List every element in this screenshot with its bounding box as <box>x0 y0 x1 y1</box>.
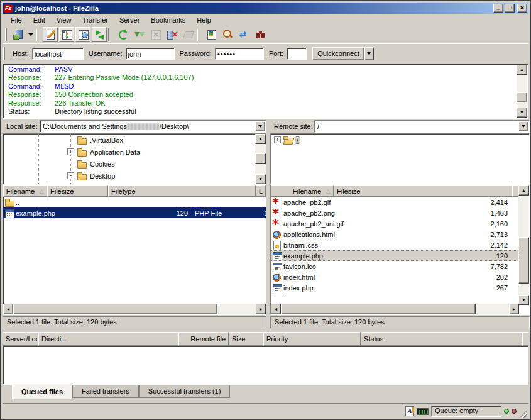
winfile-file-row[interactable]: favicon.ico 7,782 <box>271 261 518 272</box>
scroll-down-icon[interactable]: ▼ <box>518 295 529 305</box>
synchronized-browsing-button[interactable] <box>236 27 251 42</box>
scrollbar-thumb[interactable] <box>13 304 217 314</box>
menu-item[interactable]: View <box>51 15 77 25</box>
queue-tab[interactable]: Failed transfers <box>72 385 139 398</box>
column-header[interactable]: Filesize <box>47 185 108 197</box>
apache-file-row[interactable]: apache_pb2.png 1,463 <box>271 207 518 218</box>
column-header[interactable]: Filesize <box>334 185 512 197</box>
column-header[interactable]: Filename △ <box>3 185 47 197</box>
queue-column-header[interactable]: Remote file <box>178 332 229 346</box>
column-header[interactable]: L <box>256 185 266 197</box>
menu-item[interactable]: Edit <box>28 15 51 25</box>
scroll-down-icon[interactable]: ▼ <box>517 108 527 118</box>
tree-expander[interactable]: + <box>67 148 74 155</box>
maximize-button[interactable]: □ <box>505 4 515 13</box>
local-list-hscrollbar[interactable]: ◄ ► <box>3 304 266 314</box>
tree-expander[interactable]: - <box>67 172 74 179</box>
resize-grip[interactable] <box>519 410 527 418</box>
scrollbar-track[interactable] <box>517 75 527 108</box>
minimize-button[interactable]: _ <box>493 4 503 13</box>
tree-expander[interactable]: + <box>274 136 281 143</box>
scroll-up-icon[interactable]: ▲ <box>517 65 527 75</box>
scrollbar-track[interactable] <box>281 304 509 314</box>
column-header[interactable] <box>512 185 518 197</box>
find-files-button[interactable] <box>253 27 268 42</box>
scrollbar-thumb[interactable] <box>255 153 266 164</box>
local-tree-scrollbar[interactable]: ▲ ▼ <box>255 134 266 184</box>
quickbar-grip[interactable] <box>3 47 5 60</box>
scrollbar-thumb[interactable] <box>518 237 529 284</box>
folder-open-tree-item[interactable]: + / <box>271 134 529 146</box>
menu-item[interactable]: Server <box>114 15 145 25</box>
port-input[interactable] <box>287 48 307 60</box>
queue-column-header[interactable]: Directi... <box>38 332 178 346</box>
folder-file-row[interactable]: .. <box>3 197 266 207</box>
scroll-right-icon[interactable]: ► <box>509 304 519 314</box>
queue-column-header[interactable]: Priority <box>263 332 361 346</box>
toggle-message-log-button[interactable] <box>43 27 58 42</box>
winfile-file-row[interactable]: example.php 120 <box>271 250 518 261</box>
reconnect-button[interactable] <box>180 27 195 42</box>
queue-column-header[interactable]: Server/Local file <box>3 332 38 346</box>
remote-directory-tree[interactable]: + / <box>270 133 530 185</box>
queue-list[interactable] <box>3 346 528 385</box>
column-header[interactable]: Filename △ <box>271 185 334 197</box>
menu-item[interactable]: Bookmarks <box>145 15 191 25</box>
menu-item[interactable]: Help <box>191 15 217 25</box>
toolbar-button[interactable] <box>36 27 41 42</box>
directory-listing-filters-button[interactable] <box>204 27 219 42</box>
remote-site-dropdown-button[interactable] <box>518 121 528 131</box>
close-button[interactable]: × <box>517 4 527 13</box>
scrollbar-thumb[interactable] <box>517 92 527 102</box>
local-directory-tree[interactable]: .VirtualBox + Application Data Cookies - <box>3 133 266 185</box>
scroll-down-icon[interactable]: ▼ <box>255 174 266 184</box>
toolbar-button[interactable] <box>197 27 202 42</box>
process-queue-button[interactable] <box>131 27 146 42</box>
toolbar-grip[interactable] <box>5 28 7 41</box>
toggle-remote-treeview-button[interactable] <box>75 27 90 42</box>
scrollbar-track[interactable] <box>255 144 266 174</box>
site-manager-button[interactable] <box>10 27 25 42</box>
queue-tab[interactable]: Successful transfers (1) <box>139 385 231 398</box>
queue-column-header[interactable]: Status <box>361 332 522 346</box>
queue-column-header[interactable]: Size <box>229 332 263 346</box>
toggle-transfer-queue-button[interactable] <box>92 27 107 42</box>
queue-column-header[interactable] <box>522 332 528 346</box>
folder-tree-item[interactable]: .VirtualBox <box>3 134 266 146</box>
quickconnect-dropdown-button[interactable] <box>364 47 374 60</box>
folder-tree-item[interactable]: - Desktop <box>3 170 266 182</box>
password-input[interactable]: •••••• <box>215 48 264 60</box>
folder-tree-item[interactable]: + Application Data <box>3 146 266 158</box>
scroll-up-icon[interactable]: ▲ <box>255 134 266 144</box>
scroll-left-icon[interactable]: ◄ <box>3 304 13 314</box>
local-site-dropdown-button[interactable] <box>255 121 265 131</box>
remote-list-hscrollbar[interactable]: ◄ ► <box>271 304 519 314</box>
disconnect-button[interactable] <box>164 27 179 42</box>
menu-item[interactable]: File <box>5 15 28 25</box>
message-log[interactable]: Command:PASV Response:227 Entering Passi… <box>3 64 528 119</box>
winfile-file-row[interactable]: example.php 120 PHP File 1 <box>3 207 266 218</box>
scrollbar-thumb[interactable] <box>281 304 476 314</box>
column-header[interactable]: Filetype <box>108 185 256 197</box>
firefox-file-row[interactable]: index.html 202 <box>271 272 518 282</box>
toggle-local-treeview-button[interactable] <box>59 27 74 42</box>
transfer-type-indicator-icon[interactable]: A <box>405 406 414 416</box>
scrollbar-track[interactable] <box>518 196 529 295</box>
queue-tab[interactable]: Queued files <box>12 384 72 399</box>
folder-tree-item[interactable]: Cookies <box>3 158 266 170</box>
scroll-right-icon[interactable]: ► <box>256 304 266 314</box>
directory-comparison-button[interactable] <box>220 27 235 42</box>
firefox-file-row[interactable]: applications.html 2,713 <box>271 229 518 240</box>
remote-list-vscrollbar[interactable]: ▲ ▼ <box>518 185 529 305</box>
titlebar[interactable]: Fz john@localhost - FileZilla _ □ × <box>3 3 528 14</box>
username-input[interactable]: john <box>126 48 175 60</box>
css-file-row[interactable]: bitnami.css 2,142 <box>271 240 518 250</box>
scroll-left-icon[interactable]: ◄ <box>271 304 281 314</box>
winfile-file-row[interactable]: index.php 267 <box>271 282 518 293</box>
quickconnect-button[interactable]: Quickconnect <box>312 47 364 60</box>
refresh-button[interactable] <box>115 27 130 42</box>
apache-file-row[interactable]: apache_pb2_ani.gif 2,160 <box>271 218 518 229</box>
app-icon[interactable]: Fz <box>4 4 13 13</box>
cancel-operation-button[interactable] <box>148 27 163 42</box>
host-input[interactable]: localhost <box>32 48 84 60</box>
